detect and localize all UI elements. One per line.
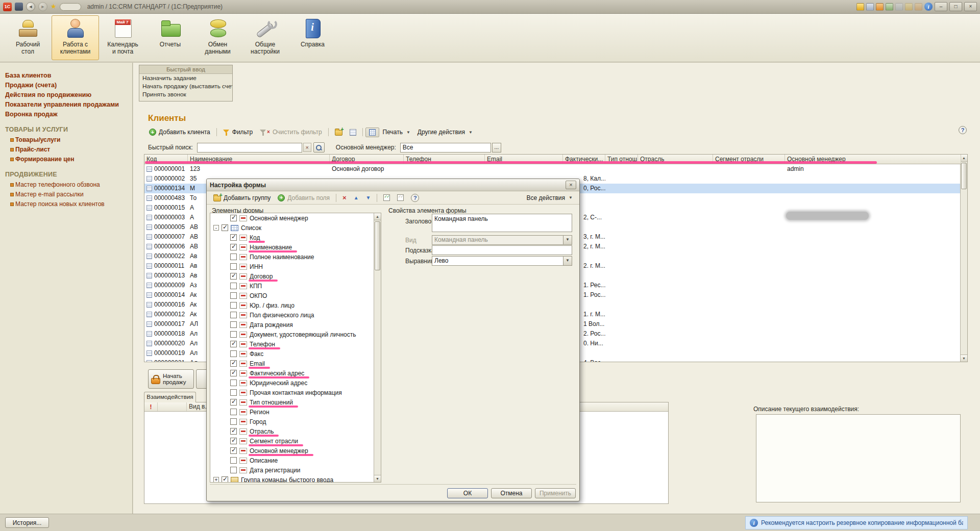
quick-input-item[interactable]: Назначить задание — [139, 74, 232, 82]
tree-item[interactable]: Пол физического лица — [210, 310, 374, 320]
sidebar-item[interactable]: Действия по продвижению — [5, 91, 129, 98]
start-sale-button[interactable]: Начать продажу — [148, 369, 194, 389]
element-checkbox[interactable] — [230, 467, 237, 473]
table-scrollbar[interactable]: ▲ ▼ — [960, 155, 967, 362]
tree-item[interactable]: Основной менеджер — [210, 446, 374, 456]
add-fields-button[interactable]: Добавить поля — [274, 193, 333, 203]
element-checkbox[interactable] — [230, 389, 237, 396]
tree-item[interactable]: Регион — [210, 407, 374, 417]
element-checkbox[interactable] — [230, 263, 237, 270]
quick-input-item[interactable]: Начать продажу (выставить счет) — [139, 82, 232, 90]
check-all-button[interactable] — [380, 193, 394, 203]
other-actions-button[interactable]: Другие действия▼ — [414, 127, 476, 137]
sidebar-item[interactable]: Мастер телефонного обзвона — [10, 181, 129, 188]
tree-item[interactable]: КПП — [210, 281, 374, 291]
element-checkbox[interactable] — [230, 302, 237, 309]
tree-item[interactable]: Отрасль — [210, 426, 374, 436]
dialog-close-button[interactable]: × — [566, 181, 576, 189]
all-actions-button[interactable]: Все действия▼ — [523, 193, 576, 203]
tree-item[interactable]: Наименование — [210, 242, 374, 252]
search-button[interactable] — [313, 142, 325, 153]
tree-item[interactable]: Прочая контактная информация — [210, 388, 374, 397]
align-property-combo[interactable]: Лево ▼ — [432, 256, 572, 266]
apply-button[interactable]: Применить — [535, 488, 576, 498]
tree-item[interactable]: Факс — [210, 349, 374, 359]
tree-scrollbar[interactable]: ▲ ▼ — [374, 213, 381, 482]
help-button[interactable] — [959, 126, 967, 134]
tree-item[interactable]: Код — [210, 233, 374, 242]
tree-item[interactable]: Основной менеджер — [210, 213, 374, 223]
configure-list-button[interactable] — [365, 128, 379, 137]
tab-interactions[interactable]: Взаимодействия — [144, 392, 196, 402]
ribbon-item[interactable]: Май 7 Календарь и почта — [99, 15, 146, 60]
tree-item[interactable]: ИНН — [210, 262, 374, 271]
sidebar-item[interactable]: Мастер поиска новых клиентов — [10, 200, 129, 208]
element-checkbox[interactable] — [230, 331, 237, 338]
tree-item[interactable]: Юр. / физ. лицо — [210, 300, 374, 310]
description-input[interactable] — [756, 414, 961, 502]
scroll-thumb[interactable] — [961, 163, 967, 189]
window-maximize-button[interactable]: □ — [949, 2, 962, 11]
add-group-button[interactable]: Добавить группу — [210, 193, 274, 203]
manager-filter-input[interactable] — [400, 143, 491, 153]
sidebar-item[interactable]: Мастер e-mail рассылки — [10, 191, 129, 198]
element-checkbox[interactable] — [230, 292, 237, 299]
list-view-button[interactable] — [346, 128, 360, 137]
table-tool-icon[interactable] — [876, 3, 884, 11]
tree-item[interactable]: Город — [210, 417, 374, 426]
tree-item[interactable]: Email — [210, 359, 374, 368]
element-checkbox[interactable] — [230, 457, 237, 464]
element-checkbox[interactable] — [230, 350, 237, 357]
element-checkbox[interactable] — [230, 360, 237, 367]
hint-property-input[interactable] — [432, 245, 572, 255]
scroll-down-arrow[interactable]: ▼ — [961, 355, 967, 362]
dialog-help-button[interactable] — [407, 192, 423, 204]
tree-item[interactable]: Сегмент отрасли — [210, 436, 374, 446]
quick-search-input[interactable] — [197, 143, 302, 153]
clear-filter-button[interactable]: × Очистить фильтр — [256, 127, 325, 137]
titlebar-quick-search[interactable] — [60, 3, 81, 11]
tree-item[interactable]: Документ, удостоверяющий личность — [210, 330, 374, 339]
element-checkbox[interactable] — [230, 438, 237, 444]
tree-item[interactable]: Юридический адрес — [210, 378, 374, 388]
tree-item[interactable]: Описание — [210, 456, 374, 465]
ribbon-item[interactable]: Работа с клиентами — [52, 15, 99, 60]
sidebar-item[interactable]: База клиентов — [5, 72, 129, 79]
ribbon-item[interactable]: Рабочий стол — [4, 15, 52, 60]
forward-button[interactable]: ► — [38, 2, 47, 11]
ok-button[interactable]: ОК — [447, 488, 488, 498]
scroll-down-arrow[interactable]: ▼ — [374, 475, 381, 482]
expander-icon[interactable] — [213, 225, 219, 231]
element-checkbox[interactable] — [230, 283, 237, 289]
new-group-button[interactable] — [331, 127, 346, 137]
clear-search-button[interactable]: × — [303, 143, 311, 152]
main-menu-icon[interactable] — [15, 3, 23, 11]
element-checkbox[interactable] — [230, 418, 237, 425]
tree-item[interactable]: Телефон — [210, 339, 374, 349]
scroll-up-arrow[interactable]: ▲ — [374, 213, 381, 220]
ribbon-item[interactable]: Общие настройки — [241, 15, 289, 60]
quick-input-item[interactable]: Принять звонок — [139, 90, 232, 98]
element-checkbox[interactable] — [230, 428, 237, 435]
sidebar-item[interactable]: Воронка продаж — [5, 111, 129, 118]
favorites-star-icon[interactable]: ★ — [51, 3, 57, 11]
element-checkbox[interactable] — [230, 409, 237, 415]
history-button[interactable]: История... — [5, 517, 49, 528]
tree-item[interactable]: Дата рождения — [210, 320, 374, 330]
element-checkbox[interactable] — [230, 380, 237, 386]
title-property-input[interactable]: Командная панель — [432, 214, 572, 232]
window-close-button[interactable]: × — [964, 2, 977, 11]
sidebar-item[interactable]: Продажи (счета) — [5, 82, 129, 89]
table-row[interactable]: 000000001 123 Основной договор admin — [144, 164, 961, 174]
uncheck-all-button[interactable] — [394, 193, 407, 203]
sidebar-item[interactable]: Товары/услуги — [10, 136, 129, 143]
scroll-up-arrow[interactable]: ▲ — [961, 155, 967, 162]
move-up-button[interactable] — [350, 193, 362, 202]
print-button[interactable]: Печать▼ — [379, 127, 414, 137]
sidebar-item[interactable]: Прайс-лист — [10, 146, 129, 153]
ribbon-item[interactable]: Отчеты — [146, 15, 194, 60]
tree-item[interactable]: Фактический адрес — [210, 368, 374, 378]
add-client-button[interactable]: Добавить клиента — [145, 127, 214, 137]
element-checkbox[interactable] — [230, 273, 237, 280]
ribbon-item[interactable]: Обмен данными — [194, 15, 241, 60]
